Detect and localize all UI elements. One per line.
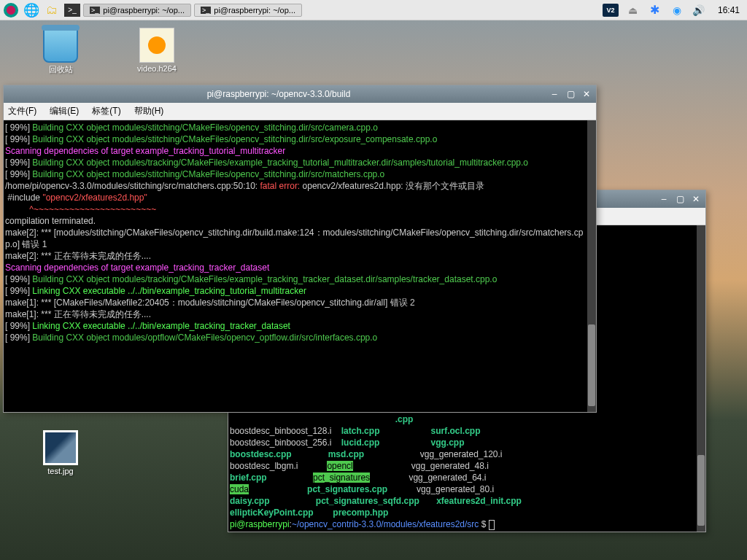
trash-label: 回收站 [49, 64, 73, 75]
browser-icon[interactable]: 🌐 [23, 2, 39, 18]
bluetooth-icon[interactable]: ✱ [648, 3, 662, 18]
image-file-icon[interactable]: test.jpg [35, 430, 86, 475]
close-button[interactable]: ✕ [581, 89, 592, 99]
window-title: pi@raspberrypi: ~/opencv-3.3.0/build [8, 89, 549, 99]
files-icon[interactable]: 🗂 [44, 2, 60, 18]
menu-help[interactable]: 帮助(H) [134, 105, 164, 117]
task-item-2[interactable]: >_ pi@raspberrypi: ~/op... [194, 4, 302, 17]
taskbar: 🌐 🗂 >_ >_ pi@raspberrypi: ~/op... >_ pi@… [0, 0, 747, 20]
trash-icon[interactable]: 回收站 [35, 28, 86, 75]
volume-icon[interactable]: 🔊 [692, 3, 706, 18]
terminal-icon[interactable]: >_ [64, 4, 80, 17]
titlebar-1[interactable]: pi@raspberrypi: ~/opencv-3.3.0/build – ▢… [4, 85, 596, 103]
task-item-1[interactable]: >_ pi@raspberrypi: ~/op... [83, 4, 191, 17]
menu-tab[interactable]: 标签(T) [92, 105, 120, 117]
minimize-button[interactable]: – [659, 194, 669, 204]
terminal-output-1[interactable]: [ 99%] Building CXX object modules/stitc… [4, 120, 596, 412]
scrollbar[interactable] [587, 120, 596, 412]
maximize-button[interactable]: ▢ [565, 89, 576, 99]
close-button[interactable]: ✕ [691, 194, 701, 204]
vnc-icon[interactable]: V2 [603, 4, 619, 17]
menubar-1: 文件(F) 编辑(E) 标签(T) 帮助(H) [4, 103, 596, 120]
video-file-icon[interactable]: video.h264 [131, 28, 182, 73]
video-label: video.h264 [137, 64, 177, 73]
menu-icon[interactable] [3, 2, 19, 18]
menu-file[interactable]: 文件(F) [8, 105, 36, 117]
clock[interactable]: 16:41 [713, 5, 744, 15]
scrollthumb[interactable] [588, 324, 595, 406]
maximize-button[interactable]: ▢ [675, 194, 685, 204]
eject-icon[interactable]: ⏏ [626, 3, 640, 18]
test-label: test.jpg [47, 467, 73, 475]
task-label: pi@raspberrypi: ~/op... [214, 6, 295, 15]
terminal-window-1: pi@raspberrypi: ~/opencv-3.3.0/build – ▢… [3, 85, 597, 413]
minimize-button[interactable]: – [549, 89, 560, 99]
task-label: pi@raspberrypi: ~/op... [103, 6, 185, 15]
menu-edit[interactable]: 编辑(E) [50, 105, 79, 117]
wifi-icon[interactable]: ◉ [670, 3, 684, 18]
